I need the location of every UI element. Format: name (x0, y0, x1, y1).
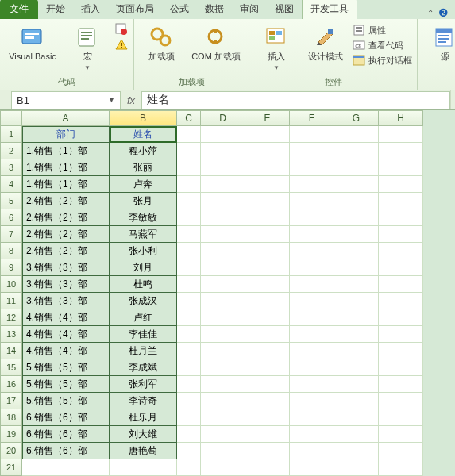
cell[interactable] (379, 209, 423, 226)
tab-layout[interactable]: 页面布局 (108, 0, 162, 19)
cell[interactable] (245, 226, 290, 243)
cell[interactable] (290, 376, 334, 393)
cell[interactable]: 刘大维 (110, 426, 177, 443)
cell[interactable] (334, 376, 379, 393)
cell[interactable] (290, 359, 334, 376)
cell[interactable] (201, 376, 245, 393)
cell[interactable] (334, 226, 379, 243)
cell[interactable] (177, 126, 201, 143)
row-header[interactable]: 11 (0, 293, 22, 309)
cell[interactable]: 唐艳萄 (110, 443, 177, 459)
cell[interactable] (177, 443, 201, 459)
cell[interactable] (201, 276, 245, 293)
cell[interactable] (379, 176, 423, 193)
cell[interactable] (334, 409, 379, 426)
macros-button[interactable]: 宏▼ (65, 22, 110, 72)
cell[interactable] (177, 226, 201, 243)
cell[interactable] (290, 443, 334, 459)
cell[interactable] (245, 459, 290, 476)
cell[interactable]: 张利军 (110, 376, 177, 393)
cell[interactable] (379, 259, 423, 276)
minimize-ribbon-icon[interactable]: ⌃ (427, 9, 434, 17)
formula-input[interactable]: 姓名 (141, 91, 450, 109)
cell[interactable] (177, 409, 201, 426)
tab-developer[interactable]: 开发工具 (302, 0, 357, 19)
fx-icon[interactable]: fx (127, 94, 135, 106)
cell[interactable] (334, 143, 379, 159)
name-box[interactable]: B1 ▼ (11, 91, 121, 109)
row-header[interactable]: 19 (0, 426, 22, 443)
cell[interactable] (22, 459, 110, 476)
cell[interactable] (201, 126, 245, 143)
insert-button[interactable]: 插入▼ (254, 22, 299, 72)
cell[interactable]: 5.销售（5）部 (22, 376, 110, 393)
cell[interactable] (334, 126, 379, 143)
row-header[interactable]: 5 (0, 193, 22, 209)
cell[interactable] (201, 459, 245, 476)
cell[interactable]: 6.销售（6）部 (22, 426, 110, 443)
row-header[interactable]: 8 (0, 243, 22, 259)
row-header[interactable]: 18 (0, 409, 22, 426)
cell[interactable] (245, 293, 290, 309)
cell[interactable]: 4.销售（4）部 (22, 309, 110, 326)
cell[interactable] (379, 359, 423, 376)
macro-security-icon[interactable] (114, 38, 129, 52)
cell[interactable]: 2.销售（2）部 (22, 209, 110, 226)
design-mode-button[interactable]: 设计模式 (303, 22, 348, 62)
column-header-B[interactable]: B (110, 110, 177, 126)
column-header-A[interactable]: A (22, 110, 110, 126)
column-header-D[interactable]: D (201, 110, 245, 126)
cell[interactable] (245, 343, 290, 359)
help-icon[interactable]: ❷ (438, 6, 449, 19)
cell[interactable]: 部门 (22, 126, 110, 143)
cell[interactable] (177, 393, 201, 409)
cell[interactable]: 6.销售（6）部 (22, 409, 110, 426)
row-header[interactable]: 2 (0, 143, 22, 159)
cell[interactable] (379, 293, 423, 309)
cell[interactable] (290, 259, 334, 276)
cell[interactable] (245, 143, 290, 159)
cell[interactable] (177, 426, 201, 443)
cell[interactable] (334, 326, 379, 343)
cell[interactable] (177, 459, 201, 476)
cell[interactable] (245, 259, 290, 276)
cell[interactable] (177, 326, 201, 343)
cell[interactable] (334, 276, 379, 293)
cell[interactable] (290, 309, 334, 326)
cell[interactable] (334, 293, 379, 309)
cell[interactable] (201, 159, 245, 176)
cell[interactable] (334, 159, 379, 176)
cell[interactable] (245, 243, 290, 259)
cell[interactable] (290, 343, 334, 359)
cell[interactable] (245, 376, 290, 393)
cell[interactable]: 1.销售（1）部 (22, 143, 110, 159)
cell[interactable] (245, 126, 290, 143)
tab-review[interactable]: 审阅 (232, 0, 267, 19)
record-macro-icon[interactable] (114, 22, 129, 36)
row-header[interactable]: 4 (0, 176, 22, 193)
cell[interactable] (379, 443, 423, 459)
cell[interactable] (290, 426, 334, 443)
cell[interactable] (110, 459, 177, 476)
cell[interactable]: 李诗奇 (110, 393, 177, 409)
cell[interactable] (290, 243, 334, 259)
cell[interactable] (334, 443, 379, 459)
cell[interactable] (201, 293, 245, 309)
cell[interactable] (379, 376, 423, 393)
cell[interactable] (334, 459, 379, 476)
cell[interactable] (177, 376, 201, 393)
source-button[interactable]: 源 (422, 22, 455, 62)
row-header[interactable]: 13 (0, 326, 22, 343)
row-header[interactable]: 3 (0, 159, 22, 176)
cell[interactable] (379, 193, 423, 209)
cell[interactable] (290, 409, 334, 426)
row-header[interactable]: 21 (0, 459, 22, 476)
cell[interactable] (245, 443, 290, 459)
cell[interactable] (334, 393, 379, 409)
tab-view[interactable]: 视图 (267, 0, 302, 19)
cell[interactable] (334, 176, 379, 193)
cell[interactable]: 卢奔 (110, 176, 177, 193)
cell[interactable] (245, 159, 290, 176)
row-header[interactable]: 20 (0, 443, 22, 459)
cell[interactable]: 5.销售（5）部 (22, 359, 110, 376)
